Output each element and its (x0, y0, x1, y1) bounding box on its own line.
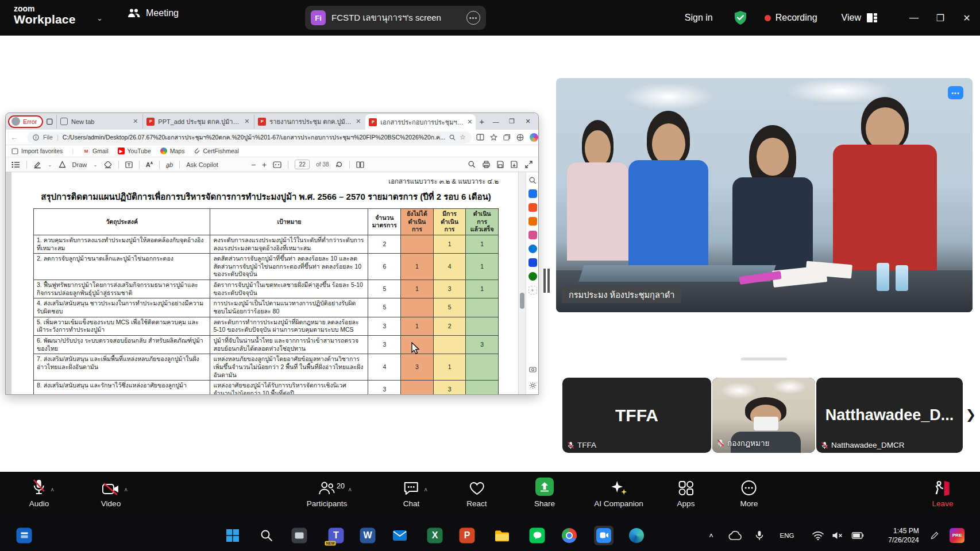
taskbar-line-icon[interactable] (530, 527, 545, 543)
meeting-room-video[interactable]: กรมประมง ห้องประชุมกุลาดำ ••• (556, 78, 973, 312)
taskbar-task-view-icon[interactable] (292, 527, 307, 543)
tray-overflow-chevron-icon[interactable]: ˄ (709, 531, 713, 540)
rotate-icon[interactable] (335, 161, 343, 168)
react-button[interactable]: React (466, 478, 487, 508)
back-icon[interactable]: ← (10, 133, 18, 142)
taskbar-excel-icon[interactable]: X (427, 527, 443, 543)
sidebar-drive-icon[interactable] (528, 245, 537, 253)
tab-close-icon[interactable]: ✕ (467, 118, 472, 126)
taskbar-chrome-icon[interactable] (562, 528, 577, 543)
participant-tile-tffa[interactable]: TFFA TFFA (562, 378, 711, 453)
taskbar-word-icon[interactable]: W (360, 527, 376, 543)
print-icon[interactable] (483, 161, 490, 168)
sidebar-search-icon[interactable] (529, 177, 537, 184)
sidebar-settings-gear-icon[interactable] (529, 382, 537, 389)
sidebar-microsoft365-icon[interactable] (528, 217, 537, 226)
bookmark-maps[interactable]: Maps (160, 148, 185, 154)
tab-close-icon[interactable]: ✕ (244, 118, 249, 125)
browser-tab[interactable]: P รายงานการประชุม ตกค.ปูม้า 1-67.pdf ✕ (254, 114, 364, 129)
taskbar-edge-icon[interactable] (629, 528, 644, 543)
sidebar-favorites-icon[interactable] (528, 189, 537, 198)
browser-minimize-button[interactable]: — (488, 114, 504, 129)
taskbar-file-explorer-icon[interactable] (495, 529, 510, 541)
pen-input-icon[interactable] (931, 531, 939, 540)
taskbar-pinned-app-icon[interactable] (17, 527, 32, 543)
window-restore-button[interactable]: ❐ (927, 0, 954, 36)
taskbar-teams-icon[interactable]: TNEW (329, 527, 344, 543)
new-tab-button[interactable]: + (477, 115, 487, 128)
participants-button[interactable]: 20 ˄ Participants (307, 478, 348, 508)
taskbar-search-button[interactable] (260, 529, 273, 542)
tab-actions-icon[interactable] (47, 118, 53, 126)
wifi-icon[interactable] (812, 531, 824, 540)
draw-dropdown-icon[interactable]: ⌄ (93, 162, 98, 168)
view-button[interactable]: View (842, 13, 861, 23)
browser-essentials-icon[interactable] (516, 134, 524, 141)
browser-profile-button[interactable]: Error (8, 115, 43, 128)
pre-badge-icon[interactable]: PRE (950, 528, 964, 543)
language-indicator[interactable]: ENG (780, 532, 794, 539)
zoom-out-icon[interactable]: − (251, 160, 256, 169)
view-layout-icon[interactable] (866, 13, 878, 23)
panel-resize-handle[interactable] (543, 269, 546, 293)
leave-button[interactable]: Leave (932, 478, 954, 508)
tab-meeting[interactable]: Meeting (128, 8, 179, 18)
favorites-icon[interactable] (490, 134, 497, 141)
security-shield-icon[interactable] (734, 10, 747, 25)
taskbar-powerpoint-icon[interactable]: P (460, 527, 475, 543)
chat-button[interactable]: ˄ Chat (403, 478, 420, 508)
draw-pen-icon[interactable] (59, 161, 66, 168)
battery-icon[interactable] (852, 532, 864, 539)
browser-tab[interactable]: P PPT_add ประชุม ตกค.ปูม้า 1.2567 ✕ (142, 114, 253, 129)
panel-resize-handle-bar[interactable] (547, 269, 550, 293)
chat-options-icon[interactable]: ˄ (424, 487, 427, 493)
highlighter-icon[interactable] (33, 161, 41, 169)
browser-maximize-button[interactable]: ❐ (504, 114, 520, 129)
video-button[interactable]: ˄ Video (101, 478, 121, 508)
ai-companion-button[interactable]: AI Companion (594, 478, 643, 508)
sidebar-add-icon[interactable]: + (528, 286, 537, 294)
browser-tab-active[interactable]: P เอกสารประกอบการประชุมฯ FIP BSC ✕ (365, 114, 476, 130)
share-button[interactable]: Share (534, 478, 555, 508)
zoom-in-icon[interactable]: + (262, 160, 267, 169)
workspace-chevron-icon[interactable]: ⌄ (97, 14, 103, 22)
split-screen-icon[interactable] (476, 134, 484, 141)
start-button[interactable] (226, 529, 240, 542)
draw-button[interactable]: Draw (72, 161, 87, 168)
page-number-input[interactable]: 22 (295, 160, 310, 169)
thumbnail-strip-divider[interactable] (741, 358, 787, 360)
tray-mic-icon[interactable] (755, 530, 763, 541)
save-as-icon[interactable] (511, 161, 518, 168)
favorite-star-icon[interactable]: ☆ (460, 133, 466, 141)
participants-options-icon[interactable]: ˄ (348, 487, 352, 493)
sidebar-shopping-icon[interactable] (528, 203, 537, 212)
highlighter-dropdown-icon[interactable]: ⌄ (48, 162, 52, 168)
audio-options-icon[interactable]: ˄ (51, 487, 54, 493)
bookmark-certfishmeal[interactable]: CertFishmeal (194, 148, 238, 154)
sidebar-games-icon[interactable] (528, 272, 537, 281)
tab-close-icon[interactable]: ✕ (356, 118, 361, 125)
window-minimize-button[interactable]: — (901, 0, 927, 36)
share-options-icon[interactable]: ••• (466, 11, 480, 25)
search-document-icon[interactable] (468, 161, 476, 168)
taskbar-zoom-icon-active[interactable] (594, 526, 614, 545)
video-more-button[interactable]: ••• (948, 86, 963, 99)
add-text-icon[interactable]: A٨ (146, 161, 153, 168)
bookmark-import-favorites[interactable]: Import favorites (11, 148, 63, 154)
bookmark-youtube[interactable]: ▶ YouTube (118, 148, 151, 154)
page-info-icon[interactable] (33, 134, 39, 141)
sidebar-bing-icon[interactable] (528, 258, 537, 267)
window-close-button[interactable]: ✕ (954, 0, 980, 36)
taskbar-mail-icon[interactable] (392, 530, 407, 541)
address-input[interactable]: File | C:/Users/admin/Desktop/26.07.67%2… (27, 131, 472, 143)
taskbar-clock[interactable]: 1:45 PM 7/26/2024 (888, 526, 919, 544)
thumbnail-scroll-next-icon[interactable]: ❯ (964, 405, 978, 425)
onedrive-cloud-icon[interactable] (728, 531, 742, 540)
video-options-icon[interactable]: ˄ (124, 487, 128, 493)
zoom-page-icon[interactable] (449, 134, 456, 141)
pdf-scrollbar[interactable] (519, 172, 526, 395)
page-view-icon[interactable] (356, 161, 364, 168)
save-icon[interactable] (497, 161, 504, 168)
text-box-icon[interactable] (125, 161, 133, 168)
sign-in-button[interactable]: Sign in (685, 13, 713, 23)
